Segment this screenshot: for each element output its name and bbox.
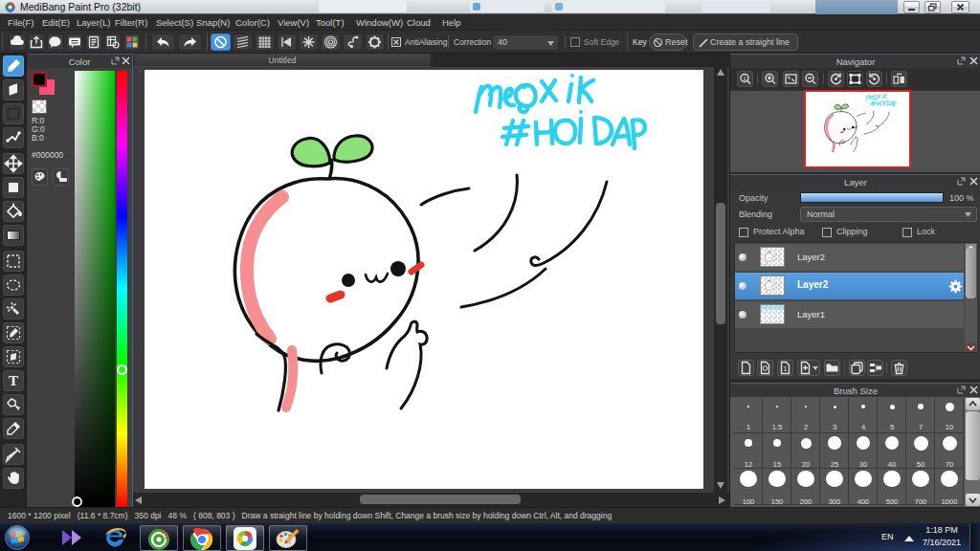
svg-text:T: T — [9, 373, 18, 388]
svg-text:1: 1 — [784, 365, 788, 372]
svg-text:1: 1 — [743, 76, 746, 81]
